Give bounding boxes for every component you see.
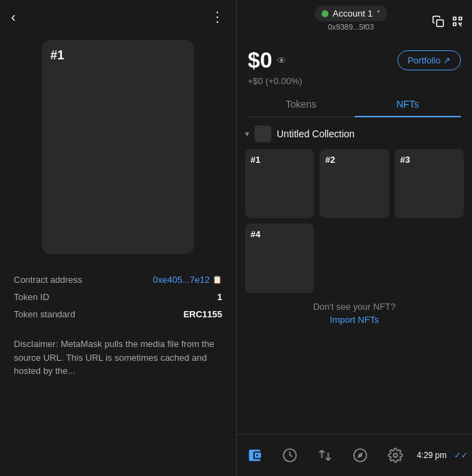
tab-nfts[interactable]: NFTs — [355, 92, 462, 117]
nft-card-4-label: #4 — [250, 229, 260, 239]
collection-name: Untitled Collection — [277, 128, 355, 139]
contract-row: Contract address 0xe405...7e12 📋 — [14, 275, 222, 285]
import-prompt: Don't see your NFT? — [245, 301, 464, 312]
nft-card-2-label: #2 — [325, 155, 335, 165]
tabs: Tokens NFTs — [248, 92, 461, 117]
contract-label: Contract address — [14, 275, 82, 285]
eye-icon[interactable]: 👁 — [277, 55, 286, 66]
copy-icon[interactable]: 📋 — [213, 275, 222, 284]
bottom-nav: 4:29 pm ✓✓ — [237, 434, 472, 476]
account-status-dot — [322, 10, 328, 17]
collection-icon — [255, 126, 271, 142]
right-panel: Account 1 ˅ 0x9389...5f03 $0 👁 — [236, 0, 472, 476]
account-selector[interactable]: Account 1 ˅ — [315, 6, 387, 21]
nft-card-4[interactable]: #4 — [245, 224, 314, 292]
balance-section: $0 👁 Portfolio ↗ — [237, 42, 472, 76]
nav-settings-button[interactable] — [382, 442, 409, 469]
nft-card-2[interactable]: #2 — [319, 149, 389, 218]
right-header: Account 1 ˅ 0x9389...5f03 — [237, 0, 472, 42]
token-id-label: Token ID — [14, 292, 49, 302]
svg-marker-3 — [357, 453, 363, 458]
nav-wallet-button[interactable] — [241, 442, 268, 469]
left-panel: ‹ ⋮ #1 Contract address 0xe405...7e12 📋 … — [0, 0, 236, 476]
token-standard-row: Token standard ERC1155 — [14, 309, 222, 319]
import-nfts-link[interactable]: Import NFTs — [245, 315, 464, 325]
nav-explore-button[interactable] — [346, 442, 374, 469]
balance-change: +$0 (+0.00%) — [237, 76, 472, 92]
account-name: Account 1 — [333, 8, 373, 19]
nfts-section: ▾ Untitled Collection #1 #2 #3 #4 Don't … — [237, 117, 472, 434]
nft-card-1-label: #1 — [250, 155, 260, 165]
nft-preview: #1 — [42, 40, 194, 254]
back-button[interactable]: ‹ — [11, 9, 16, 25]
status-time: 4:29 pm — [417, 450, 446, 460]
tab-tokens[interactable]: Tokens — [248, 92, 355, 117]
token-id-row: Token ID 1 — [14, 292, 222, 302]
balance-amount: $0 👁 — [248, 48, 286, 73]
nft-card-3-label: #3 — [400, 155, 410, 165]
nft-grid-bottom: #4 — [245, 224, 464, 292]
token-id-value: 1 — [217, 292, 222, 302]
nft-card-1[interactable]: #1 — [245, 149, 314, 218]
nft-info: Contract address 0xe405...7e12 📋 Token I… — [0, 261, 236, 326]
token-standard-value: ERC1155 — [184, 309, 222, 319]
collection-chevron-icon[interactable]: ▾ — [245, 129, 249, 139]
nav-history-button[interactable] — [276, 442, 304, 469]
copy-address-button[interactable] — [432, 15, 444, 28]
left-header: ‹ ⋮ — [0, 0, 236, 33]
account-address[interactable]: 0x9389...5f03 — [328, 21, 374, 37]
more-button[interactable]: ⋮ — [210, 8, 225, 25]
qr-code-button[interactable] — [451, 15, 464, 28]
header-icons — [432, 15, 464, 28]
nft-card-3[interactable]: #3 — [395, 149, 464, 218]
nft-preview-label: #1 — [50, 48, 64, 63]
disclaimer-text: Disclaimer: MetaMask pulls the media fil… — [0, 326, 236, 378]
chevron-down-icon: ˅ — [377, 10, 380, 17]
import-section: Don't see your NFT? Import NFTs — [245, 293, 464, 333]
svg-rect-0 — [437, 19, 444, 26]
status-check-icon: ✓✓ — [454, 450, 468, 460]
contract-value[interactable]: 0xe405...7e12 📋 — [153, 275, 222, 285]
balance-value: $0 — [248, 48, 273, 73]
svg-point-4 — [393, 453, 397, 457]
collection-header: ▾ Untitled Collection — [245, 126, 464, 142]
portfolio-button[interactable]: Portfolio ↗ — [397, 50, 461, 70]
token-standard-label: Token standard — [14, 309, 75, 319]
nav-swap-button[interactable] — [311, 442, 339, 469]
nft-grid: #1 #2 #3 — [245, 149, 464, 218]
